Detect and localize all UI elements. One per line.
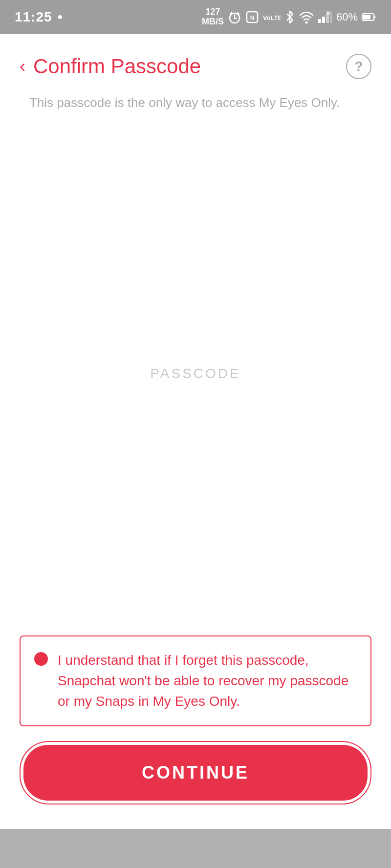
- svg-rect-15: [363, 15, 370, 20]
- header-left: ‹ Confirm Passcode: [20, 55, 201, 78]
- agreement-radio[interactable]: [34, 652, 48, 666]
- continue-button[interactable]: CONTINUE: [23, 745, 368, 801]
- svg-rect-9: [318, 19, 321, 23]
- back-button[interactable]: ‹: [20, 58, 25, 75]
- agreement-text: I understand that if I forget this passc…: [58, 650, 357, 712]
- continue-button-wrapper: CONTINUE: [20, 741, 371, 804]
- nfc-icon: N: [245, 10, 259, 24]
- page-title: Confirm Passcode: [33, 55, 201, 78]
- bluetooth-icon: [284, 10, 295, 24]
- svg-point-8: [305, 21, 307, 24]
- svg-text:VoLTE: VoLTE: [263, 14, 281, 21]
- header: ‹ Confirm Passcode ?: [0, 34, 391, 89]
- status-icons: 127MB/S N VoLTE: [202, 7, 376, 27]
- signal-icon: ✕: [318, 10, 332, 24]
- svg-rect-10: [322, 17, 325, 23]
- alarm-icon: [228, 10, 241, 24]
- passcode-placeholder: PASSCODE: [150, 366, 241, 381]
- status-time: 11:25: [15, 9, 52, 25]
- data-speed-icon: 127MB/S: [202, 7, 224, 27]
- bottom-bar: [0, 829, 391, 868]
- svg-text:✕: ✕: [326, 10, 330, 17]
- battery-icon: [362, 12, 376, 22]
- svg-rect-16: [374, 16, 375, 19]
- bottom-section: I understand that if I forget this passc…: [0, 621, 391, 829]
- volte-icon: VoLTE: [263, 10, 281, 24]
- main-content: ‹ Confirm Passcode ? This passcode is th…: [0, 34, 391, 829]
- battery-percent: 60%: [336, 11, 358, 23]
- subtitle-text: This passcode is the only way to access …: [0, 89, 391, 126]
- help-button[interactable]: ?: [346, 54, 371, 79]
- status-dot: [58, 15, 62, 19]
- wifi-icon: [299, 10, 314, 24]
- agreement-box[interactable]: I understand that if I forget this passc…: [20, 635, 371, 726]
- passcode-area: PASSCODE: [0, 126, 391, 621]
- status-bar: 11:25 127MB/S N VoLTE: [0, 0, 391, 34]
- svg-text:N: N: [250, 15, 255, 21]
